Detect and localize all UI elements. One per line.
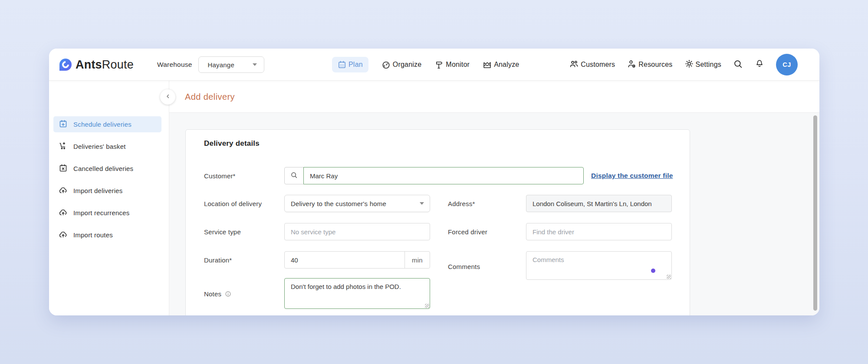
person-gear-icon (627, 59, 637, 71)
delivery-details-card: Delivery details Customer* Display the c… (185, 129, 690, 315)
sidebar-item-label: Import routes (73, 231, 113, 239)
section-title: Delivery details (204, 139, 260, 148)
search-button[interactable] (733, 59, 743, 71)
nav-customers[interactable]: Customers (569, 59, 615, 71)
warehouse-label: Warehouse (157, 61, 192, 69)
address-label: Address* (448, 195, 475, 212)
tab-analyze-label: Analyze (494, 61, 519, 69)
people-icon (569, 59, 579, 71)
location-of-delivery-label: Location of delivery (204, 195, 262, 212)
gauge-icon (381, 60, 391, 69)
cloud-upload-icon (59, 230, 68, 240)
tab-monitor[interactable]: Monitor (434, 60, 470, 69)
sidebar-item-import-recurrences[interactable]: Import recurrences (53, 205, 161, 221)
tab-plan-label: Plan (349, 61, 363, 69)
sidebar-item-import-deliveries[interactable]: Import deliveries (53, 183, 161, 199)
nav-settings-label: Settings (696, 61, 721, 69)
resize-handle[interactable] (667, 275, 671, 279)
tab-monitor-label: Monitor (446, 61, 470, 69)
secondary-nav: Customers Resources Settings (569, 49, 798, 81)
warehouse-select[interactable]: Hayange (198, 56, 264, 73)
notifications-button[interactable] (755, 59, 764, 70)
user-avatar[interactable]: CJ (776, 54, 798, 75)
duration-field: min (284, 251, 430, 269)
app-logo[interactable]: AntsRoute (59, 49, 134, 81)
chart-icon (483, 60, 492, 69)
sidebar-item-label: Import recurrences (73, 209, 129, 216)
back-button[interactable] (160, 89, 175, 105)
search-icon (733, 59, 743, 71)
sidebar-item-deliveries-basket[interactable]: Deliveries' basket (53, 138, 161, 154)
app-window: AntsRoute Warehouse Hayange Plan (49, 49, 819, 315)
cloud-upload-icon (59, 208, 68, 218)
cloud-upload-icon (59, 186, 68, 196)
nav-resources[interactable]: Resources (627, 59, 672, 71)
bell-icon (755, 59, 764, 70)
service-type-label: Service type (204, 223, 241, 240)
notes-label: Notes (204, 285, 231, 302)
sidebar-item-label: Import deliveries (73, 187, 122, 194)
calendar-x-icon (59, 164, 68, 174)
chevron-down-icon (420, 202, 424, 205)
notes-textarea[interactable]: Don't forget to add photos in the POD. (284, 278, 430, 309)
tab-plan[interactable]: Plan (332, 57, 368, 72)
calendar-icon (338, 60, 346, 69)
location-of-delivery-select[interactable]: Delivery to the customer's home (284, 195, 430, 212)
customer-label: Customer* (204, 167, 236, 184)
notes-label-text: Notes (204, 290, 221, 298)
primary-nav: Plan Organize Monitor (332, 49, 519, 81)
signpost-icon (434, 60, 444, 69)
page-header: Add delivery (169, 81, 819, 113)
search-icon (290, 171, 298, 180)
comments-textarea[interactable] (526, 251, 672, 280)
customer-search-prefix[interactable] (284, 167, 304, 184)
comments-label: Comments (448, 258, 480, 275)
tab-organize-label: Organize (393, 61, 422, 69)
sidebar-item-label: Deliveries' basket (73, 143, 126, 150)
sidebar-item-import-routes[interactable]: Import routes (53, 227, 161, 243)
tab-organize[interactable]: Organize (381, 60, 422, 69)
tab-analyze[interactable]: Analyze (483, 60, 519, 69)
warehouse-select-value: Hayange (208, 61, 234, 69)
calendar-plus-icon (59, 119, 68, 130)
resize-handle[interactable] (425, 304, 429, 308)
warehouse-group: Warehouse Hayange (157, 49, 264, 81)
nav-customers-label: Customers (581, 61, 615, 69)
page-title: Add delivery (185, 81, 235, 113)
app-logo-text: AntsRoute (76, 58, 134, 72)
sidebar: Schedule deliveries Deliveries' basket C… (49, 81, 169, 315)
duration-label: Duration* (204, 251, 232, 269)
customer-input[interactable] (303, 167, 584, 184)
display-customer-file-link[interactable]: Display the customer file (591, 167, 673, 184)
cursor-dot (651, 269, 655, 273)
chevron-down-icon (253, 63, 257, 66)
chevron-left-icon (164, 93, 171, 101)
nav-settings[interactable]: Settings (684, 59, 721, 70)
sidebar-item-label: Cancelled deliveries (73, 165, 133, 172)
gear-icon (684, 59, 694, 70)
sidebar-item-schedule-deliveries[interactable]: Schedule deliveries (53, 116, 161, 132)
info-icon[interactable] (225, 291, 231, 297)
location-select-value: Delivery to the customer's home (291, 200, 386, 207)
antsroute-pin-icon (59, 59, 72, 71)
service-type-input[interactable] (284, 223, 430, 240)
top-navbar: AntsRoute Warehouse Hayange Plan (49, 49, 819, 81)
forced-driver-label: Forced driver (448, 223, 487, 240)
content-area: Delivery details Customer* Display the c… (169, 113, 819, 315)
vertical-scrollbar[interactable] (813, 115, 817, 311)
sidebar-item-cancelled-deliveries[interactable]: Cancelled deliveries (53, 161, 161, 177)
sidebar-item-label: Schedule deliveries (73, 121, 132, 128)
address-input[interactable] (526, 195, 672, 212)
forced-driver-input[interactable] (526, 223, 672, 240)
duration-input[interactable] (285, 252, 404, 268)
duration-unit-label: min (404, 252, 430, 268)
cart-arrow-down-icon (59, 141, 68, 152)
nav-resources-label: Resources (638, 61, 672, 69)
